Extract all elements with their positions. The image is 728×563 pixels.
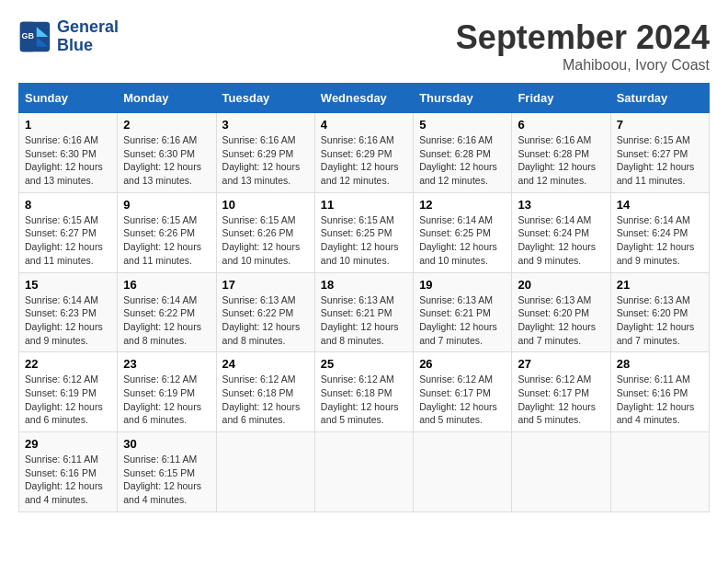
day-info: Sunrise: 6:13 AMSunset: 6:21 PMDaylight:… xyxy=(321,293,407,348)
day-info: Sunrise: 6:15 AMSunset: 6:27 PMDaylight:… xyxy=(25,213,111,268)
calendar-cell: 25Sunrise: 6:12 AMSunset: 6:18 PMDayligh… xyxy=(314,352,413,432)
day-number: 7 xyxy=(617,118,703,132)
calendar-cell: 12Sunrise: 6:14 AMSunset: 6:25 PMDayligh… xyxy=(414,192,512,272)
calendar-table: SundayMondayTuesdayWednesdayThursdayFrid… xyxy=(18,83,710,512)
calendar-cell: 20Sunrise: 6:13 AMSunset: 6:20 PMDayligh… xyxy=(512,272,610,352)
calendar-cell: 27Sunrise: 6:12 AMSunset: 6:17 PMDayligh… xyxy=(512,352,610,432)
day-info: Sunrise: 6:12 AMSunset: 6:19 PMDaylight:… xyxy=(123,373,210,427)
day-info: Sunrise: 6:14 AMSunset: 6:24 PMDaylight:… xyxy=(518,213,604,268)
day-info: Sunrise: 6:14 AMSunset: 6:24 PMDaylight:… xyxy=(617,213,703,268)
calendar-cell: 4Sunrise: 6:16 AMSunset: 6:29 PMDaylight… xyxy=(314,113,413,193)
calendar-cell xyxy=(512,432,610,512)
calendar-cell: 3Sunrise: 6:16 AMSunset: 6:29 PMDaylight… xyxy=(216,113,314,193)
title-block: September 2024 Mahiboou, Ivory Coast xyxy=(456,18,710,74)
calendar-cell: 17Sunrise: 6:13 AMSunset: 6:22 PMDayligh… xyxy=(216,272,314,352)
calendar-cell: 15Sunrise: 6:14 AMSunset: 6:23 PMDayligh… xyxy=(19,272,118,352)
day-number: 27 xyxy=(518,357,604,371)
col-header-friday: Friday xyxy=(512,84,610,113)
day-number: 20 xyxy=(518,278,604,292)
day-number: 14 xyxy=(617,198,703,212)
day-info: Sunrise: 6:16 AMSunset: 6:30 PMDaylight:… xyxy=(123,133,210,188)
calendar-cell: 9Sunrise: 6:15 AMSunset: 6:26 PMDaylight… xyxy=(118,192,216,272)
col-header-tuesday: Tuesday xyxy=(216,84,314,113)
calendar-header-row: SundayMondayTuesdayWednesdayThursdayFrid… xyxy=(19,84,710,113)
day-number: 30 xyxy=(123,437,210,451)
day-number: 2 xyxy=(123,118,210,132)
day-info: Sunrise: 6:16 AMSunset: 6:30 PMDaylight:… xyxy=(25,133,111,188)
calendar-cell: 29Sunrise: 6:11 AMSunset: 6:16 PMDayligh… xyxy=(19,432,118,512)
day-info: Sunrise: 6:12 AMSunset: 6:19 PMDaylight:… xyxy=(25,373,111,427)
day-info: Sunrise: 6:12 AMSunset: 6:17 PMDaylight:… xyxy=(419,373,506,427)
day-number: 6 xyxy=(518,118,604,132)
calendar-cell: 7Sunrise: 6:15 AMSunset: 6:27 PMDaylight… xyxy=(610,113,709,193)
day-info: Sunrise: 6:14 AMSunset: 6:23 PMDaylight:… xyxy=(25,293,111,348)
day-number: 18 xyxy=(321,278,407,292)
svg-text:GB: GB xyxy=(22,31,35,40)
day-number: 26 xyxy=(419,357,506,371)
calendar-cell: 6Sunrise: 6:16 AMSunset: 6:28 PMDaylight… xyxy=(512,113,610,193)
calendar-cell: 11Sunrise: 6:15 AMSunset: 6:25 PMDayligh… xyxy=(314,192,413,272)
calendar-cell xyxy=(314,432,413,512)
day-info: Sunrise: 6:15 AMSunset: 6:26 PMDaylight:… xyxy=(222,213,309,268)
calendar-cell xyxy=(216,432,314,512)
day-info: Sunrise: 6:13 AMSunset: 6:20 PMDaylight:… xyxy=(617,293,703,348)
day-number: 4 xyxy=(321,118,407,132)
day-number: 16 xyxy=(123,278,210,292)
calendar-cell: 14Sunrise: 6:14 AMSunset: 6:24 PMDayligh… xyxy=(610,192,709,272)
day-number: 13 xyxy=(518,198,604,212)
day-info: Sunrise: 6:15 AMSunset: 6:26 PMDaylight:… xyxy=(123,213,210,268)
day-number: 15 xyxy=(25,278,111,292)
week-row-3: 15Sunrise: 6:14 AMSunset: 6:23 PMDayligh… xyxy=(19,272,710,352)
day-info: Sunrise: 6:14 AMSunset: 6:25 PMDaylight:… xyxy=(419,213,506,268)
day-number: 10 xyxy=(222,198,309,212)
day-info: Sunrise: 6:12 AMSunset: 6:18 PMDaylight:… xyxy=(321,373,407,427)
calendar-cell: 26Sunrise: 6:12 AMSunset: 6:17 PMDayligh… xyxy=(414,352,512,432)
day-number: 21 xyxy=(617,278,703,292)
day-info: Sunrise: 6:16 AMSunset: 6:28 PMDaylight:… xyxy=(518,133,604,188)
calendar-cell: 19Sunrise: 6:13 AMSunset: 6:21 PMDayligh… xyxy=(414,272,512,352)
day-info: Sunrise: 6:14 AMSunset: 6:22 PMDaylight:… xyxy=(123,293,210,348)
day-info: Sunrise: 6:11 AMSunset: 6:16 PMDaylight:… xyxy=(617,373,703,427)
day-info: Sunrise: 6:16 AMSunset: 6:29 PMDaylight:… xyxy=(321,133,407,188)
location-title: Mahiboou, Ivory Coast xyxy=(456,57,710,74)
day-number: 8 xyxy=(25,198,111,212)
calendar-cell: 28Sunrise: 6:11 AMSunset: 6:16 PMDayligh… xyxy=(610,352,709,432)
day-info: Sunrise: 6:12 AMSunset: 6:18 PMDaylight:… xyxy=(222,373,309,427)
day-number: 5 xyxy=(419,118,506,132)
day-info: Sunrise: 6:15 AMSunset: 6:27 PMDaylight:… xyxy=(617,133,703,188)
day-number: 29 xyxy=(25,437,111,451)
day-number: 28 xyxy=(617,357,703,371)
day-info: Sunrise: 6:11 AMSunset: 6:15 PMDaylight:… xyxy=(123,453,210,507)
col-header-sunday: Sunday xyxy=(19,84,118,113)
calendar-cell: 1Sunrise: 6:16 AMSunset: 6:30 PMDaylight… xyxy=(19,113,118,193)
calendar-cell: 22Sunrise: 6:12 AMSunset: 6:19 PMDayligh… xyxy=(19,352,118,432)
day-number: 1 xyxy=(25,118,111,132)
calendar-cell: 24Sunrise: 6:12 AMSunset: 6:18 PMDayligh… xyxy=(216,352,314,432)
day-number: 25 xyxy=(321,357,407,371)
day-number: 23 xyxy=(123,357,210,371)
week-row-2: 8Sunrise: 6:15 AMSunset: 6:27 PMDaylight… xyxy=(19,192,710,272)
day-info: Sunrise: 6:13 AMSunset: 6:22 PMDaylight:… xyxy=(222,293,309,348)
day-number: 17 xyxy=(222,278,309,292)
day-number: 24 xyxy=(222,357,309,371)
day-info: Sunrise: 6:13 AMSunset: 6:21 PMDaylight:… xyxy=(419,293,506,348)
calendar-body: 1Sunrise: 6:16 AMSunset: 6:30 PMDaylight… xyxy=(19,113,710,512)
day-number: 11 xyxy=(321,198,407,212)
calendar-cell: 16Sunrise: 6:14 AMSunset: 6:22 PMDayligh… xyxy=(118,272,216,352)
day-info: Sunrise: 6:13 AMSunset: 6:20 PMDaylight:… xyxy=(518,293,604,348)
col-header-monday: Monday xyxy=(118,84,216,113)
calendar-cell xyxy=(610,432,709,512)
col-header-saturday: Saturday xyxy=(610,84,709,113)
day-number: 12 xyxy=(419,198,506,212)
calendar-cell xyxy=(414,432,512,512)
day-info: Sunrise: 6:11 AMSunset: 6:16 PMDaylight:… xyxy=(25,453,111,507)
week-row-5: 29Sunrise: 6:11 AMSunset: 6:16 PMDayligh… xyxy=(19,432,710,512)
calendar-cell: 8Sunrise: 6:15 AMSunset: 6:27 PMDaylight… xyxy=(19,192,118,272)
calendar-cell: 18Sunrise: 6:13 AMSunset: 6:21 PMDayligh… xyxy=(314,272,413,352)
calendar-cell: 13Sunrise: 6:14 AMSunset: 6:24 PMDayligh… xyxy=(512,192,610,272)
day-number: 3 xyxy=(222,118,309,132)
page-header: GB GeneralBlue September 2024 Mahiboou, … xyxy=(18,18,710,74)
col-header-wednesday: Wednesday xyxy=(314,84,413,113)
day-info: Sunrise: 6:15 AMSunset: 6:25 PMDaylight:… xyxy=(321,213,407,268)
logo: GB GeneralBlue xyxy=(18,18,119,55)
